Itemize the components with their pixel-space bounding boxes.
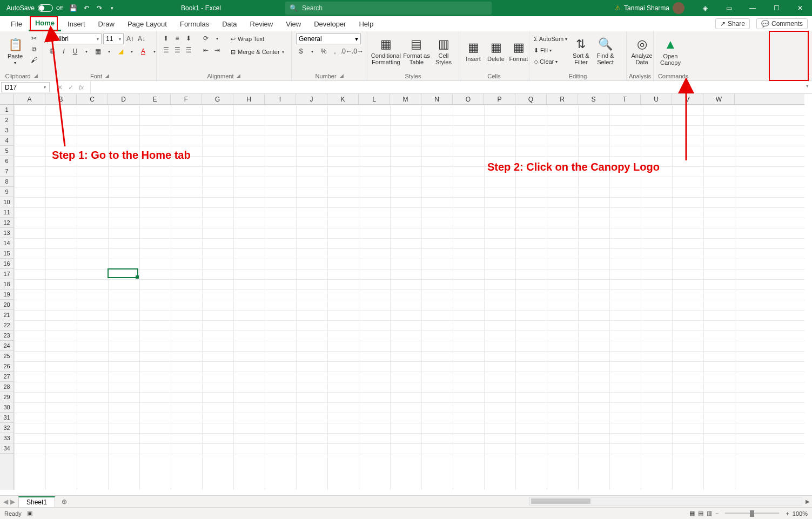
percent-format-icon[interactable]: % (319, 46, 328, 56)
tab-help[interactable]: Help (352, 16, 380, 31)
comments-button[interactable]: 💬Comments (756, 18, 808, 29)
cut-icon[interactable]: ✂ (29, 33, 39, 43)
align-bottom-icon[interactable]: ⬇ (184, 33, 193, 43)
align-top-icon[interactable]: ⬆ (161, 33, 171, 43)
column-header[interactable]: M (390, 94, 421, 104)
paste-button[interactable]: 📋 Paste ▾ (4, 33, 26, 69)
dialog-launcher-icon[interactable]: ◢ (34, 73, 38, 79)
column-header[interactable]: F (171, 94, 202, 104)
maximize-icon[interactable]: ☐ (764, 0, 788, 16)
align-middle-icon[interactable]: ≡ (172, 33, 182, 43)
column-header[interactable]: H (233, 94, 265, 104)
fill-button[interactable]: ⬇Fill▾ (534, 45, 567, 56)
formula-input[interactable] (91, 81, 803, 93)
tab-home[interactable]: Home (29, 16, 61, 31)
column-header[interactable]: L (359, 94, 390, 104)
decrease-indent-icon[interactable]: ⇤ (201, 45, 211, 55)
toggle-switch[interactable] (38, 4, 53, 12)
row-header[interactable]: 13 (0, 228, 14, 238)
row-header[interactable]: 33 (0, 433, 14, 443)
row-header[interactable]: 5 (0, 146, 14, 156)
share-button[interactable]: ↗Share (715, 18, 750, 29)
save-icon[interactable]: 💾 (69, 4, 78, 12)
merge-center-button[interactable]: ⊟Merge & Center▾ (229, 46, 286, 57)
minimize-icon[interactable]: — (741, 0, 764, 16)
sheet-nav-prev-icon[interactable]: ◀ (3, 498, 8, 505)
normal-view-icon[interactable]: ▦ (689, 510, 695, 517)
name-box[interactable]: D17▾ (1, 82, 50, 92)
app-mode-icon[interactable]: ▭ (717, 0, 741, 16)
add-sheet-button[interactable]: ⊕ (62, 498, 67, 505)
bold-button[interactable]: B (48, 46, 57, 56)
row-header[interactable]: 3 (0, 125, 14, 136)
delete-cells-button[interactable]: ▦Delete (486, 33, 506, 69)
row-header[interactable]: 17 (0, 269, 14, 279)
autosum-button[interactable]: ΣAutoSum▾ (534, 33, 567, 44)
row-header[interactable]: 25 (0, 351, 14, 361)
copy-icon[interactable]: ⧉ (29, 44, 39, 54)
column-header[interactable]: S (578, 94, 609, 104)
row-header[interactable]: 31 (0, 413, 14, 423)
chevron-down-icon[interactable]: ▾ (212, 33, 222, 43)
conditional-formatting-button[interactable]: ▦Conditional Formatting (372, 33, 400, 69)
tab-draw[interactable]: Draw (92, 16, 121, 31)
font-color-button[interactable]: A (138, 46, 148, 56)
column-header[interactable]: N (421, 94, 453, 104)
column-header[interactable]: R (547, 94, 578, 104)
select-all-corner[interactable] (0, 94, 14, 105)
chevron-down-icon[interactable]: ▾ (307, 46, 317, 56)
column-header[interactable]: V (672, 94, 703, 104)
format-as-table-button[interactable]: ▤Format as Table (404, 33, 430, 69)
increase-indent-icon[interactable]: ⇥ (212, 45, 222, 55)
user-account[interactable]: ⚠ Tanmai Sharma (615, 2, 685, 14)
chevron-down-icon[interactable]: ▾ (82, 46, 91, 56)
autosave-toggle[interactable]: AutoSave Off (6, 4, 63, 12)
row-header[interactable]: 22 (0, 320, 14, 331)
accounting-format-icon[interactable]: $ (296, 46, 306, 56)
format-painter-icon[interactable]: 🖌 (29, 55, 39, 65)
row-header[interactable]: 29 (0, 392, 14, 402)
row-header[interactable]: 10 (0, 197, 14, 207)
insert-cells-button[interactable]: ▦Insert (464, 33, 483, 69)
zoom-out-icon[interactable]: − (715, 510, 719, 517)
cancel-formula-icon[interactable]: ✕ (57, 84, 63, 91)
row-header[interactable]: 16 (0, 259, 14, 269)
column-header[interactable]: Q (515, 94, 547, 104)
redo-icon[interactable]: ↷ (95, 4, 104, 12)
qat-customize-icon[interactable]: ▾ (108, 4, 117, 12)
zoom-slider[interactable] (725, 513, 779, 514)
row-header[interactable]: 32 (0, 423, 14, 433)
tab-insert[interactable]: Insert (61, 16, 92, 31)
row-header[interactable]: 21 (0, 310, 14, 320)
column-header[interactable]: J (296, 94, 327, 104)
column-header[interactable]: W (703, 94, 735, 104)
row-header[interactable]: 34 (0, 443, 14, 454)
row-header[interactable]: 1 (0, 105, 14, 115)
column-header[interactable]: I (265, 94, 296, 104)
clear-button[interactable]: ◇Clear▾ (534, 56, 567, 67)
undo-icon[interactable]: ↶ (82, 4, 91, 12)
row-header[interactable]: 18 (0, 279, 14, 289)
italic-button[interactable]: I (59, 46, 69, 56)
number-format-select[interactable]: General▾ (296, 33, 361, 44)
column-header[interactable]: B (45, 94, 77, 104)
tab-view[interactable]: View (279, 16, 307, 31)
fill-color-button[interactable]: ◢ (116, 46, 125, 56)
decrease-decimal-icon[interactable]: .0→ (353, 46, 363, 56)
orientation-icon[interactable]: ⟳ (201, 33, 211, 43)
macro-record-icon[interactable]: ▣ (27, 510, 32, 517)
row-header[interactable]: 14 (0, 238, 14, 248)
font-size-select[interactable]: 11▾ (103, 33, 124, 44)
row-header[interactable]: 8 (0, 177, 14, 187)
row-header[interactable]: 6 (0, 156, 14, 166)
align-center-icon[interactable]: ☰ (172, 45, 182, 55)
cells-area[interactable] (14, 105, 804, 490)
column-header[interactable]: E (139, 94, 171, 104)
dialog-launcher-icon[interactable]: ◢ (105, 73, 109, 79)
row-header[interactable]: 27 (0, 372, 14, 382)
zoom-level[interactable]: 100% (793, 510, 808, 517)
column-header[interactable]: D (108, 94, 139, 104)
tab-data[interactable]: Data (216, 16, 243, 31)
border-button[interactable]: ▦ (93, 46, 103, 56)
page-break-view-icon[interactable]: ▥ (707, 510, 712, 517)
